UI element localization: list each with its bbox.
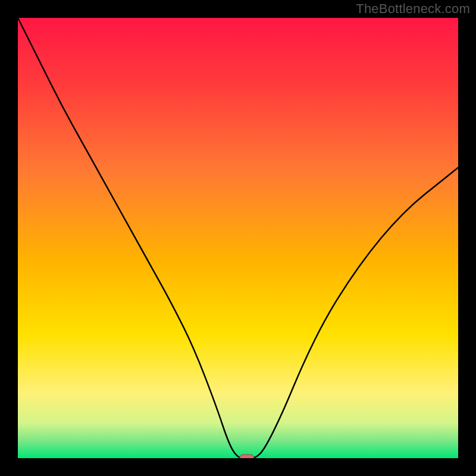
chart-container: TheBottleneck.com <box>0 0 476 476</box>
watermark-text: TheBottleneck.com <box>356 1 470 17</box>
optimal-marker <box>240 455 254 458</box>
bottleneck-chart <box>18 18 458 458</box>
chart-background <box>18 18 458 458</box>
